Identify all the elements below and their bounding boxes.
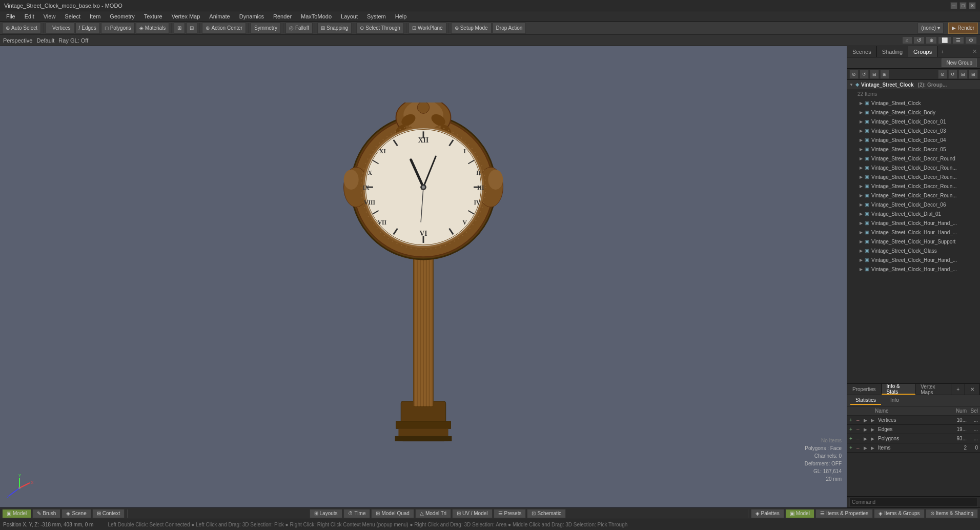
tab-properties[interactable]: Properties xyxy=(847,384,882,395)
stats-minus-items[interactable]: – xyxy=(856,445,863,451)
3d-viewport[interactable]: XII I II III IV V VI VII VIII IX X XI xyxy=(0,46,847,507)
maximize-button[interactable]: □ xyxy=(959,2,967,9)
viewport-menu-btn[interactable]: ☰ xyxy=(952,36,964,44)
right-model-btn[interactable]: ▣ Model xyxy=(785,509,814,518)
expand-arrow[interactable]: ▶ xyxy=(860,110,863,115)
mode-context-button[interactable]: ⊞ Context xyxy=(92,509,125,518)
expand-arrow[interactable]: ▶ xyxy=(860,138,863,142)
info-tab[interactable]: Info xyxy=(885,396,904,405)
list-item[interactable]: ▶ ▣ Vintage_Street_Clock_Hour_Support xyxy=(847,237,980,246)
materials-button[interactable]: ◈ Materials xyxy=(136,23,170,34)
rotate-view-btn[interactable]: ↺ xyxy=(913,36,925,44)
tab-vertex-maps[interactable]: Vertex Maps xyxy=(915,384,951,395)
expand-arrow[interactable]: ▶ xyxy=(860,249,863,253)
expand-arrow[interactable]: ▶ xyxy=(860,147,863,152)
zoom-fit-btn[interactable]: ⊕ xyxy=(926,36,937,44)
expand-arrow[interactable]: ▶ xyxy=(860,212,863,216)
menu-layout[interactable]: Layout xyxy=(337,12,362,21)
menu-help[interactable]: Help xyxy=(391,12,411,21)
list-item[interactable]: ▶ ▣ Vintage_Street_Clock_Hour_Hand_... xyxy=(847,264,980,274)
list-item[interactable]: ▶ ▣ Vintage_Street_Clock_Body xyxy=(847,108,980,117)
statistics-tab[interactable]: Statistics xyxy=(850,396,881,405)
panel-icon-8[interactable]: ⊞ xyxy=(969,70,978,79)
list-item[interactable]: ▶ ▣ Vintage_Street_Clock_Hour_Hand_... xyxy=(847,255,980,264)
layout-schematic-btn[interactable]: ⊡ Schematic xyxy=(527,509,566,518)
right-items-groups-btn[interactable]: ◈ Items & Groups xyxy=(874,509,924,518)
stats-plus-edges[interactable]: + xyxy=(849,426,855,432)
tab-info-stats[interactable]: Info & Stats xyxy=(882,384,916,395)
list-item[interactable]: ▶ ▣ Vintage_Street_Clock_Decor_Roun... xyxy=(847,163,980,172)
prop-panel-close[interactable]: ✕ xyxy=(965,384,980,395)
list-item[interactable]: ▶ ▣ Vintage_Street_Clock_Dial_01 xyxy=(847,209,980,218)
expand-arrow[interactable]: ▶ xyxy=(860,119,863,124)
tab-shading[interactable]: Shading xyxy=(877,46,908,57)
stats-minus-edges[interactable]: – xyxy=(856,426,863,432)
snap-btn-1[interactable]: ⊞ xyxy=(174,23,185,34)
list-item[interactable]: ▶ ▣ Vintage_Street_Clock_Decor_Roun... xyxy=(847,172,980,181)
list-item[interactable]: ▶ ▣ Vintage_Street_Clock_Decor_03 xyxy=(847,126,980,135)
vertices-button[interactable]: · Vertices xyxy=(46,23,74,34)
expand-arrow[interactable]: ▶ xyxy=(860,230,863,235)
layout-model-quad-btn[interactable]: ⊞ Model Quad xyxy=(371,509,414,518)
symmetry-button[interactable]: Symmetry xyxy=(251,23,281,34)
home-view-btn[interactable]: ⌂ xyxy=(902,36,912,44)
list-item[interactable]: ▶ ▣ Vintage_Street_Clock_Decor_Round xyxy=(847,154,980,163)
close-button[interactable]: ✕ xyxy=(969,2,976,9)
list-item[interactable]: ▶ ▣ Vintage_Street_Clock_Decor_01 xyxy=(847,117,980,126)
list-item[interactable]: ▶ ▣ Vintage_Street_Clock_Hour_Hand_... xyxy=(847,228,980,237)
list-item[interactable]: ▶ ▣ Vintage_Street_Clock_Decor_06 xyxy=(847,200,980,209)
list-item[interactable]: ▶ ▣ Vintage_Street_Clock xyxy=(847,98,980,108)
workplane-button[interactable]: ⊡ WorkPlane xyxy=(409,23,446,34)
list-item[interactable]: ▶ ▣ Vintage_Street_Clock_Decor_04 xyxy=(847,135,980,145)
expand-arrow[interactable]: ▶ xyxy=(860,258,863,262)
panel-icon-6[interactable]: ↺ xyxy=(948,70,957,79)
right-palettes-btn[interactable]: ◈ Palettes xyxy=(751,509,784,518)
expand-arrow[interactable]: ▶ xyxy=(860,267,863,272)
panel-icon-7[interactable]: ⊟ xyxy=(958,70,968,79)
list-item[interactable]: ▶ ▣ Vintage_Street_Clock_Glass xyxy=(847,246,980,255)
menu-maxtomodo[interactable]: MaxToModo xyxy=(297,12,336,21)
tab-scenes[interactable]: Scenes xyxy=(847,46,877,57)
window-controls[interactable]: ─ □ ✕ xyxy=(950,2,976,9)
stats-arrow-items[interactable]: ▶ xyxy=(864,445,870,451)
list-item[interactable]: ▶ ▣ Vintage_Street_Clock_Hour_Hand_... xyxy=(847,218,980,228)
snapping-button[interactable]: ⊞ Snapping xyxy=(317,23,352,34)
menu-texture[interactable]: Texture xyxy=(140,12,167,21)
expand-arrow[interactable]: ▶ xyxy=(860,184,863,189)
panel-icon-2[interactable]: ↺ xyxy=(860,70,869,79)
expand-arrow[interactable]: ▶ xyxy=(860,221,863,226)
drop-action-button[interactable]: Drop Action xyxy=(493,23,526,34)
setup-mode-button[interactable]: ⊛ Setup Mode xyxy=(451,23,492,34)
expand-arrow[interactable]: ▶ xyxy=(860,239,863,244)
mode-model-button[interactable]: ▣ Model xyxy=(2,509,31,518)
settings-btn[interactable]: ⚙ xyxy=(965,36,977,44)
list-item[interactable]: ▶ ▣ Vintage_Street_Clock_Decor_Roun... xyxy=(847,181,980,191)
stats-arrow-edges[interactable]: ▶ xyxy=(864,427,870,432)
expand-arrow[interactable]: ▶ xyxy=(860,175,863,179)
menu-view[interactable]: View xyxy=(39,12,60,21)
stats-expand-edges[interactable]: ▶ xyxy=(871,427,877,432)
select-through-button[interactable]: ⊙ Select Through xyxy=(356,23,404,34)
menu-animate[interactable]: Animate xyxy=(205,12,234,21)
menu-vertex-map[interactable]: Vertex Map xyxy=(168,12,205,21)
layout-presets-btn[interactable]: ☰ Presets xyxy=(494,509,526,518)
layout-layouts-btn[interactable]: ⊞ Layouts xyxy=(310,509,342,518)
panel-icon-5[interactable]: ⊙ xyxy=(938,70,947,79)
render-button[interactable]: ▶ Render xyxy=(948,23,978,34)
scene-root-group[interactable]: ▼ ◈ Vintage_Street_Clock (2): Group... xyxy=(847,80,980,89)
menu-select[interactable]: Select xyxy=(60,12,85,21)
stats-arrow-vertices[interactable]: ▶ xyxy=(864,418,870,423)
list-item[interactable]: ▶ ▣ Vintage_Street_Clock_Decor_05 xyxy=(847,145,980,154)
add-prop-tab[interactable]: + xyxy=(951,384,965,395)
right-items-properties-btn[interactable]: ☰ Items & Properties xyxy=(815,509,873,518)
tab-groups[interactable]: Groups xyxy=(908,46,937,57)
menu-render[interactable]: Render xyxy=(269,12,296,21)
none-dropdown[interactable]: (none) ▾ xyxy=(917,23,944,34)
layout-time-btn[interactable]: ⏱ Time xyxy=(343,509,371,518)
stats-plus-polygons[interactable]: + xyxy=(849,436,855,441)
mode-brush-button[interactable]: ✎ Brush xyxy=(32,509,60,518)
panel-icon-3[interactable]: ⊟ xyxy=(870,70,879,79)
stats-plus-vertices[interactable]: + xyxy=(849,417,855,423)
layout-uv-model-btn[interactable]: ⊟ UV / Model xyxy=(452,509,492,518)
menu-file[interactable]: File xyxy=(2,12,19,21)
